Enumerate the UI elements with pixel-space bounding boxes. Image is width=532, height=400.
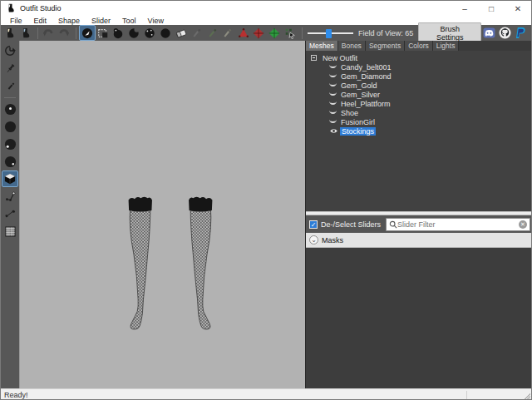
undiff-brush-icon[interactable] bbox=[174, 26, 189, 40]
visibility-hidden-icon[interactable] bbox=[329, 110, 337, 114]
visibility-hidden-icon[interactable] bbox=[329, 82, 337, 86]
collapse-icon[interactable] bbox=[311, 55, 317, 61]
paypal-icon[interactable] bbox=[513, 26, 528, 40]
mesh-item-label[interactable]: Stockings bbox=[340, 127, 376, 136]
outfit-studio-window: Outfit Studio – □ ✕ File Edit Shape Slid… bbox=[0, 0, 532, 400]
global-brush-icon[interactable] bbox=[2, 78, 17, 93]
deselect-sliders-checkbox[interactable]: ✓ bbox=[309, 220, 318, 229]
pin-vertices-icon[interactable] bbox=[2, 61, 17, 76]
field-of-view-label: Field of View: 65 bbox=[358, 29, 413, 37]
deselect-sliders-label[interactable]: De-/Select Sliders bbox=[321, 220, 381, 229]
brush-falloff-left-icon[interactable] bbox=[2, 136, 17, 151]
show-nodes-icon[interactable] bbox=[2, 206, 17, 221]
right-panel: Meshes Bones Segments Colors Lights New … bbox=[305, 41, 532, 388]
slider-filter-box[interactable]: ✕ bbox=[386, 218, 530, 231]
clear-filter-icon[interactable]: ✕ bbox=[519, 220, 527, 229]
menu-shape[interactable]: Shape bbox=[52, 17, 86, 25]
menu-view[interactable]: View bbox=[142, 17, 170, 25]
window-title: Outfit Studio bbox=[20, 4, 62, 12]
panel-tabs: Meshes Bones Segments Colors Lights bbox=[306, 41, 532, 51]
menu-file[interactable]: File bbox=[4, 17, 28, 25]
menu-slider[interactable]: Slider bbox=[86, 17, 116, 25]
tree-row[interactable]: Shoe bbox=[306, 108, 532, 117]
stockings-mesh[interactable] bbox=[125, 193, 216, 333]
slider-handle[interactable] bbox=[326, 29, 332, 38]
split-edge-icon[interactable] bbox=[267, 26, 282, 40]
mesh-item-label[interactable]: Shoe bbox=[339, 109, 360, 117]
masks-section-header[interactable]: ⌄ Masks bbox=[306, 233, 532, 248]
alpha-brush-icon[interactable] bbox=[220, 26, 235, 40]
show-vertices-icon[interactable] bbox=[2, 189, 17, 204]
tree-row[interactable]: Gem_Silver bbox=[306, 90, 532, 99]
inflate-brush-icon[interactable] bbox=[111, 26, 126, 40]
visibility-hidden-icon[interactable] bbox=[329, 64, 337, 68]
mesh-item-label[interactable]: Gem_Gold bbox=[339, 81, 379, 90]
toolbar-separator bbox=[76, 27, 76, 39]
mask-brush-icon[interactable] bbox=[96, 26, 111, 40]
tab-meshes[interactable]: Meshes bbox=[306, 41, 338, 51]
slider-controls-row: ✓ De-/Select Sliders ✕ bbox=[306, 215, 532, 233]
viewport-3d[interactable] bbox=[19, 41, 305, 388]
show-wireframe-icon[interactable] bbox=[2, 224, 17, 239]
rotation-center-icon[interactable] bbox=[2, 43, 17, 58]
close-button[interactable]: ✕ bbox=[505, 1, 531, 16]
chevron-down-icon[interactable]: ⌄ bbox=[309, 235, 318, 244]
tree-row[interactable]: FusionGirl bbox=[306, 117, 532, 126]
mesh-item-label[interactable]: Gem_Silver bbox=[339, 91, 382, 99]
deflate-brush-icon[interactable] bbox=[126, 26, 141, 40]
github-icon[interactable] bbox=[497, 26, 512, 40]
mesh-item-label[interactable]: Candy_belt001 bbox=[339, 63, 393, 72]
load-outfit-icon[interactable] bbox=[2, 26, 17, 40]
visibility-hidden-icon[interactable] bbox=[329, 101, 337, 105]
mesh-item-label[interactable]: Heel_Plattform bbox=[339, 100, 392, 108]
brush-falloff-full-icon[interactable] bbox=[2, 119, 17, 134]
tree-row-selected[interactable]: Stockings bbox=[306, 126, 532, 136]
visibility-hidden-icon[interactable] bbox=[329, 91, 337, 96]
tab-colors[interactable]: Colors bbox=[405, 41, 433, 51]
tab-segments[interactable]: Segments bbox=[366, 41, 405, 51]
masks-label: Masks bbox=[322, 236, 343, 244]
search-icon bbox=[389, 220, 397, 229]
mesh-item-label[interactable]: FusionGirl bbox=[339, 118, 377, 126]
main-toolbar: Field of View: 65 Brush Settings bbox=[1, 25, 531, 41]
menu-tool[interactable]: Tool bbox=[116, 17, 142, 25]
perspective-view-icon[interactable] bbox=[2, 171, 17, 186]
tree-root-row[interactable]: New Outfit bbox=[306, 53, 532, 62]
tree-row[interactable]: Gem_Gold bbox=[306, 81, 532, 90]
tree-root-label[interactable]: New Outfit bbox=[321, 54, 359, 62]
color-brush-icon[interactable] bbox=[204, 26, 219, 40]
app-logo-icon bbox=[6, 3, 16, 13]
slider-list-empty-area bbox=[306, 248, 532, 388]
resize-grip[interactable] bbox=[523, 393, 530, 400]
collapse-vertex-icon[interactable] bbox=[236, 26, 251, 40]
tab-lights[interactable]: Lights bbox=[433, 41, 460, 51]
discord-icon[interactable] bbox=[481, 26, 496, 40]
toolbar-separator bbox=[37, 27, 38, 39]
minimize-button[interactable]: – bbox=[451, 1, 478, 16]
brush-falloff-right-icon[interactable] bbox=[2, 154, 17, 169]
slider-filter-input[interactable] bbox=[397, 220, 519, 229]
undo-icon[interactable] bbox=[42, 26, 57, 40]
menu-edit[interactable]: Edit bbox=[28, 17, 53, 25]
select-tool-icon[interactable] bbox=[80, 26, 95, 40]
maximize-button[interactable]: □ bbox=[478, 1, 505, 16]
tree-row[interactable]: Heel_Plattform bbox=[306, 99, 532, 108]
visibility-hidden-icon[interactable] bbox=[329, 73, 337, 77]
tree-row[interactable]: Gem_Diamond bbox=[306, 72, 532, 81]
move-vertex-icon[interactable] bbox=[283, 26, 298, 40]
smooth-brush-icon[interactable] bbox=[158, 26, 173, 40]
field-of-view-slider[interactable] bbox=[308, 28, 353, 38]
statusbar-separator bbox=[466, 391, 467, 400]
visibility-hidden-icon[interactable] bbox=[329, 119, 337, 123]
mesh-item-label[interactable]: Gem_Diamond bbox=[339, 72, 393, 81]
flip-edge-icon[interactable] bbox=[251, 26, 266, 40]
load-reference-icon[interactable] bbox=[18, 26, 33, 40]
visibility-visible-icon[interactable] bbox=[329, 127, 338, 136]
redo-icon[interactable] bbox=[57, 26, 71, 40]
status-text: Ready! bbox=[4, 391, 28, 399]
move-brush-icon[interactable] bbox=[142, 26, 157, 40]
brush-falloff-center-icon[interactable] bbox=[2, 101, 17, 116]
tab-bones[interactable]: Bones bbox=[338, 41, 366, 51]
tree-row[interactable]: Candy_belt001 bbox=[306, 62, 532, 72]
weight-brush-icon[interactable] bbox=[189, 26, 204, 40]
